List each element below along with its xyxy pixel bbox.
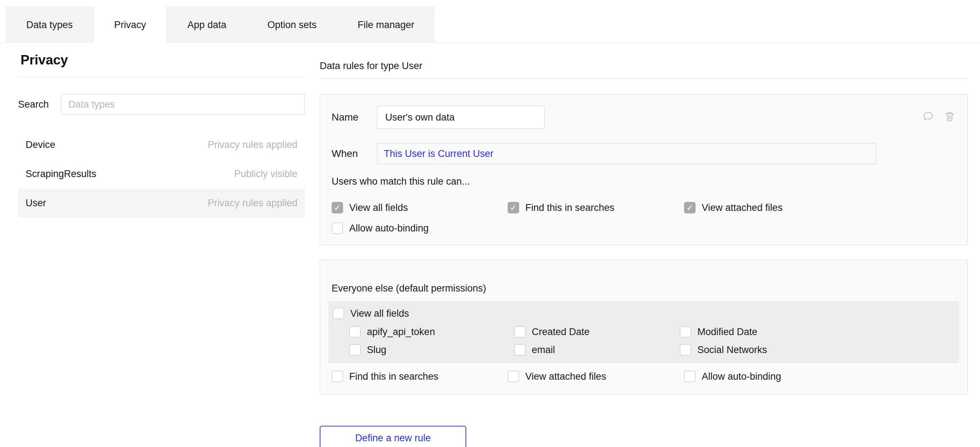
fields-region: View all fields apify_api_token Created … bbox=[328, 301, 959, 363]
field-checkbox-grid: apify_api_token Created Date Modified Da… bbox=[349, 326, 959, 356]
data-type-name: Device bbox=[25, 139, 56, 150]
everyone-else-card: Everyone else (default permissions) View… bbox=[320, 259, 968, 395]
tab-app-data[interactable]: App data bbox=[167, 6, 247, 43]
field-modified-date: Modified Date bbox=[680, 326, 959, 337]
privacy-sidebar: Privacy Search Device Privacy rules appl… bbox=[18, 52, 305, 218]
list-item-device[interactable]: Device Privacy rules applied bbox=[18, 130, 305, 159]
field-checkbox[interactable] bbox=[514, 326, 526, 337]
comment-icon[interactable] bbox=[921, 110, 935, 123]
data-type-name: User bbox=[25, 197, 46, 209]
perm-label: Allow auto-binding bbox=[349, 223, 429, 234]
perm-find-in-searches: Find this in searches bbox=[508, 202, 684, 213]
field-label: Modified Date bbox=[697, 326, 757, 337]
view-all-fields-checkbox[interactable] bbox=[332, 202, 343, 213]
perm-allow-auto-binding: Allow auto-binding bbox=[332, 223, 508, 234]
name-label: Name bbox=[332, 111, 377, 123]
rule-when-row: When This User is Current User bbox=[332, 143, 956, 164]
define-new-rule-button[interactable]: Define a new rule bbox=[320, 426, 466, 447]
field-label: apify_api_token bbox=[367, 326, 435, 337]
perm-label: View all fields bbox=[349, 202, 408, 213]
perm-label: View attached files bbox=[525, 371, 606, 382]
perm-label: View all fields bbox=[350, 308, 409, 319]
data-type-name: ScrapingResults bbox=[25, 169, 97, 180]
perm-label: Allow auto-binding bbox=[702, 371, 781, 382]
everyone-else-title: Everyone else (default permissions) bbox=[332, 282, 956, 294]
view-attached-files-checkbox[interactable] bbox=[508, 371, 519, 382]
allow-auto-binding-checkbox[interactable] bbox=[332, 223, 343, 234]
rule-name-row: Name bbox=[332, 106, 956, 129]
data-type-list: Device Privacy rules applied ScrapingRes… bbox=[18, 130, 305, 218]
view-all-fields-checkbox[interactable] bbox=[332, 308, 344, 319]
default-permissions: Find this in searches View attached file… bbox=[332, 371, 956, 382]
perm-allow-auto-binding-default: Allow auto-binding bbox=[684, 371, 956, 382]
tab-option-sets[interactable]: Option sets bbox=[247, 6, 337, 43]
rules-panel: Data rules for type User bbox=[320, 60, 968, 395]
perm-label: View attached files bbox=[702, 202, 783, 213]
field-label: email bbox=[532, 344, 555, 356]
list-item-user[interactable]: User Privacy rules applied bbox=[18, 189, 305, 218]
rule-card: Name When This User is Current User User… bbox=[320, 94, 968, 245]
match-caption: Users who match this rule can... bbox=[332, 175, 956, 188]
rule-permissions: View all fields Find this in searches Vi… bbox=[332, 202, 956, 234]
tab-file-manager[interactable]: File manager bbox=[337, 6, 435, 43]
allow-auto-binding-checkbox[interactable] bbox=[684, 371, 695, 382]
tab-bar: Data types Privacy App data Option sets … bbox=[6, 6, 435, 43]
rules-header-divider bbox=[320, 78, 968, 78]
privacy-status: Privacy rules applied bbox=[208, 139, 298, 150]
field-checkbox[interactable] bbox=[349, 326, 361, 337]
rule-card-actions bbox=[921, 110, 956, 123]
when-label: When bbox=[332, 148, 377, 159]
field-label: Created Date bbox=[532, 326, 590, 337]
when-condition-input[interactable]: This User is Current User bbox=[377, 143, 876, 164]
perm-find-in-searches-default: Find this in searches bbox=[332, 371, 508, 382]
field-label: Slug bbox=[367, 344, 386, 356]
tab-privacy[interactable]: Privacy bbox=[93, 6, 167, 43]
search-input[interactable] bbox=[61, 94, 305, 115]
field-label: Social Networks bbox=[697, 344, 767, 356]
view-attached-files-checkbox[interactable] bbox=[684, 202, 695, 213]
search-row: Search bbox=[18, 94, 305, 115]
perm-view-attached-files: View attached files bbox=[684, 202, 956, 213]
field-created-date: Created Date bbox=[514, 326, 680, 337]
find-in-searches-checkbox[interactable] bbox=[332, 371, 343, 382]
perm-view-all-fields: View all fields bbox=[332, 202, 508, 213]
perm-label: Find this in searches bbox=[349, 371, 439, 382]
field-checkbox[interactable] bbox=[680, 326, 691, 337]
rules-header: Data rules for type User bbox=[320, 60, 968, 72]
field-email: email bbox=[514, 344, 680, 356]
tab-data-types[interactable]: Data types bbox=[6, 6, 93, 43]
perm-view-all-fields-default: View all fields bbox=[332, 308, 959, 319]
field-slug: Slug bbox=[349, 344, 514, 356]
privacy-status: Publicly visible bbox=[234, 169, 298, 180]
perm-view-attached-files-default: View attached files bbox=[508, 371, 684, 382]
field-apify-api-token: apify_api_token bbox=[349, 326, 514, 337]
list-item-scrapingresults[interactable]: ScrapingResults Publicly visible bbox=[18, 159, 305, 189]
page-title: Privacy bbox=[21, 52, 305, 68]
trash-icon[interactable] bbox=[943, 110, 956, 123]
search-label: Search bbox=[18, 99, 61, 110]
field-checkbox[interactable] bbox=[514, 344, 526, 356]
rule-name-input[interactable] bbox=[377, 106, 545, 129]
find-in-searches-checkbox[interactable] bbox=[508, 202, 519, 213]
field-social-networks: Social Networks bbox=[680, 344, 959, 356]
perm-label: Find this in searches bbox=[525, 202, 614, 213]
field-checkbox[interactable] bbox=[680, 344, 691, 356]
sidebar-divider bbox=[18, 77, 305, 78]
privacy-page: Data types Privacy App data Option sets … bbox=[0, 0, 980, 447]
privacy-status: Privacy rules applied bbox=[208, 197, 298, 209]
field-checkbox[interactable] bbox=[349, 344, 361, 356]
